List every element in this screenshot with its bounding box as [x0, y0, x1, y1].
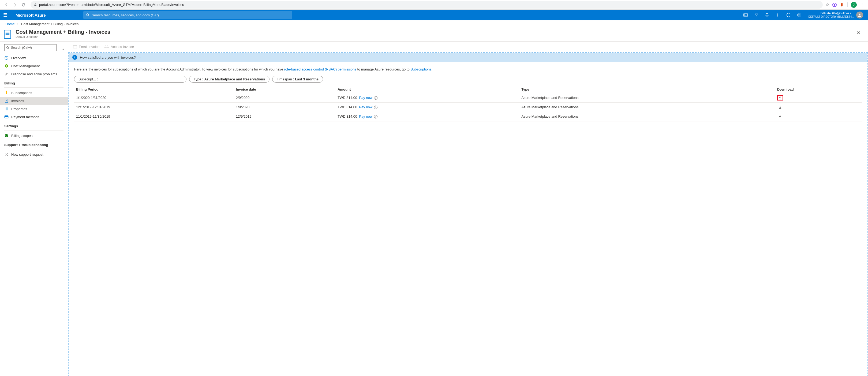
- global-search-input[interactable]: [92, 13, 289, 17]
- sidebar-item-diagnose[interactable]: Diagnose and solve problems: [0, 70, 68, 78]
- col-amount[interactable]: Amount: [335, 86, 519, 93]
- support-icon: [4, 152, 8, 156]
- extension-icon-1[interactable]: [832, 3, 837, 7]
- feedback-icon[interactable]: [794, 10, 805, 20]
- breadcrumb-home[interactable]: Home: [5, 22, 15, 26]
- svg-point-39: [107, 46, 108, 47]
- cell-type: Azure Marketplace and Reservations: [519, 103, 775, 112]
- hamburger-icon[interactable]: ☰: [3, 12, 7, 18]
- svg-rect-22: [6, 92, 7, 94]
- rbac-link[interactable]: role-based access control (RBAC) permiss…: [284, 67, 356, 71]
- table-row[interactable]: 11/1/2019-11/30/2019 12/9/2019 TWD 314.0…: [74, 112, 862, 121]
- sidebar-item-cost-management[interactable]: $ Cost Management: [0, 62, 68, 70]
- menu-icon[interactable]: ⋮: [860, 2, 864, 7]
- filter-subscription[interactable]: Subscript... :: [74, 76, 186, 83]
- cell-type: Azure Marketplace and Reservations: [519, 93, 775, 103]
- global-search[interactable]: [83, 11, 292, 19]
- col-type[interactable]: Type: [519, 86, 775, 93]
- lock-icon: [34, 3, 37, 7]
- sidebar-search[interactable]: Search (Ctrl+/): [4, 44, 57, 51]
- settings-icon[interactable]: [772, 10, 783, 20]
- desc-pre: Here are the invoices for subscriptions …: [74, 67, 284, 71]
- svg-rect-30: [7, 108, 8, 110]
- collapse-sidebar-button[interactable]: «: [61, 46, 66, 52]
- forward-button[interactable]: [12, 2, 18, 8]
- bookmark-icon[interactable]: ☆: [826, 2, 829, 7]
- filter-timespan[interactable]: Timespan : Last 3 months: [272, 76, 323, 83]
- info-icon[interactable]: i: [374, 106, 377, 109]
- sidebar: Search (Ctrl+/) « Overview $ Cost Manage…: [0, 41, 68, 376]
- col-date[interactable]: Invoice date: [234, 86, 336, 93]
- desc-mid: to manage Azure resources, go to: [358, 67, 411, 71]
- info-icon[interactable]: i: [374, 115, 377, 118]
- sidebar-item-invoices[interactable]: Invoices: [0, 97, 68, 105]
- cell-period: 11/1/2019-11/30/2019: [74, 112, 234, 121]
- close-blade-button[interactable]: ✕: [854, 29, 863, 37]
- svg-point-21: [6, 91, 7, 92]
- sidebar-item-payment-methods[interactable]: Payment methods: [0, 113, 68, 121]
- wrench-icon: [4, 72, 8, 76]
- azure-header: ☰ Microsoft Azure billtest456tw@outlook.…: [0, 10, 868, 20]
- address-bar[interactable]: portal.azure.com/?l=en.en-us#blade/Micro…: [31, 1, 823, 8]
- filter-label: Type :: [194, 77, 203, 81]
- filter-label: Timespan :: [277, 77, 294, 81]
- cloud-shell-icon[interactable]: [740, 10, 751, 20]
- svg-point-38: [105, 46, 106, 47]
- divider: [4, 87, 63, 88]
- profile-avatar[interactable]: J: [851, 2, 857, 8]
- help-icon[interactable]: [783, 10, 794, 20]
- user-email: billtest456tw@outlook.c...: [808, 11, 854, 15]
- pay-now-link[interactable]: Pay now: [359, 114, 372, 118]
- filter-icon[interactable]: [751, 10, 762, 20]
- email-invoice-button[interactable]: Email Invoice: [73, 45, 99, 49]
- brand-label[interactable]: Microsoft Azure: [16, 13, 46, 18]
- breadcrumb: Home › Cost Management + Billing - Invoi…: [0, 20, 868, 28]
- cell-date: 2/9/2020: [234, 93, 336, 103]
- satisfaction-banner[interactable]: i How satisfied are you with invoices? →: [69, 53, 867, 62]
- extension-icon-2[interactable]: [840, 3, 844, 7]
- svg-point-35: [6, 135, 7, 136]
- reload-button[interactable]: [20, 2, 27, 8]
- description-text: Here are the invoices for subscriptions …: [69, 62, 867, 76]
- table-row[interactable]: 1/1/2020-1/31/2020 2/9/2020 TWD 314.00 P…: [74, 93, 862, 103]
- sidebar-item-new-support-request[interactable]: New support request: [0, 150, 68, 158]
- cmd-label: Email Invoice: [79, 45, 99, 49]
- svg-rect-28: [6, 108, 6, 110]
- download-button[interactable]: [777, 105, 783, 110]
- user-avatar: [856, 11, 863, 19]
- invoices-table: Billing Period Invoice date Amount Type …: [74, 86, 862, 121]
- back-button[interactable]: [3, 2, 10, 8]
- download-button[interactable]: [777, 114, 783, 119]
- notifications-icon[interactable]: [762, 10, 772, 20]
- download-button[interactable]: [777, 95, 783, 100]
- sidebar-item-subscriptions[interactable]: Subscriptions: [0, 89, 68, 97]
- filter-type[interactable]: Type : Azure Marketplace and Reservation…: [189, 76, 270, 83]
- cmd-label: Access Invoice: [111, 45, 134, 49]
- col-download[interactable]: Download: [775, 86, 862, 93]
- table-row[interactable]: 12/1/2019-12/31/2019 1/9/2020 TWD 314.00…: [74, 103, 862, 112]
- pay-now-link[interactable]: Pay now: [359, 96, 372, 100]
- user-menu[interactable]: billtest456tw@outlook.c... DEFAULT DIREC…: [805, 11, 865, 19]
- subscriptions-link[interactable]: Subscriptions: [410, 67, 431, 71]
- avatar-letter: J: [853, 3, 855, 7]
- cell-download: [775, 112, 862, 121]
- info-icon[interactable]: i: [374, 96, 377, 100]
- cell-download: [775, 103, 862, 112]
- col-period[interactable]: Billing Period: [74, 86, 234, 93]
- cell-amount: TWD 314.00 Pay now i: [335, 112, 519, 121]
- pay-now-link[interactable]: Pay now: [359, 105, 372, 109]
- sidebar-item-overview[interactable]: Overview: [0, 54, 68, 62]
- svg-rect-29: [7, 108, 7, 110]
- svg-rect-37: [73, 46, 76, 48]
- sidebar-item-label: Overview: [11, 56, 26, 60]
- sidebar-item-properties[interactable]: Properties: [0, 105, 68, 113]
- svg-point-9: [859, 14, 860, 15]
- sidebar-item-label: Billing scopes: [11, 134, 33, 138]
- key-icon: [4, 91, 8, 95]
- svg-point-15: [7, 47, 8, 49]
- sidebar-item-billing-scopes[interactable]: Billing scopes: [0, 132, 68, 140]
- sidebar-section-settings: Settings: [0, 121, 68, 129]
- browser-toolbar: portal.azure.com/?l=en.en-us#blade/Micro…: [0, 0, 868, 10]
- url-text: portal.azure.com/?l=en.en-us#blade/Micro…: [39, 3, 184, 7]
- access-invoice-button[interactable]: Access Invoice: [104, 45, 134, 49]
